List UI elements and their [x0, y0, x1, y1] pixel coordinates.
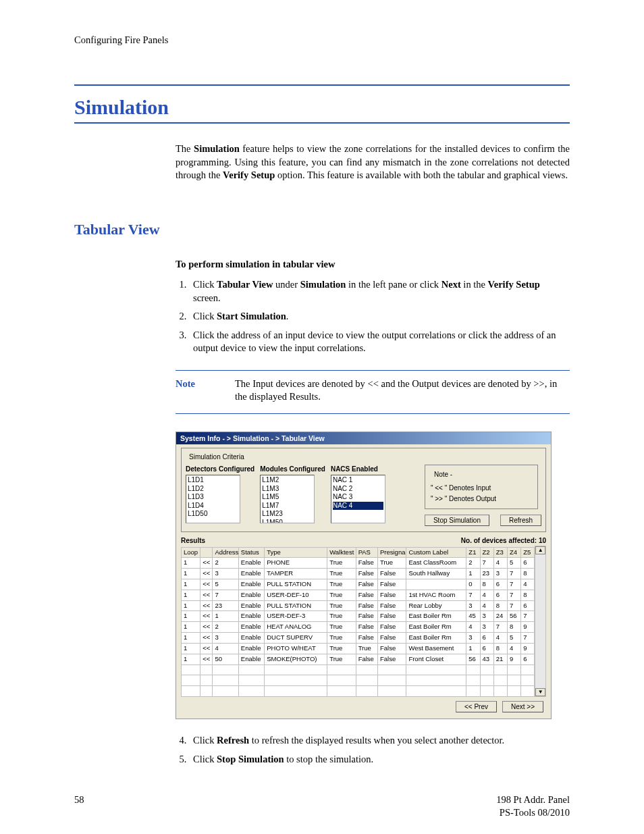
note-label: Note	[176, 377, 216, 404]
column-header[interactable]: Address	[213, 547, 238, 558]
stop-simulation-button[interactable]: Stop Simulation	[425, 515, 489, 527]
column-header[interactable]	[200, 547, 213, 558]
table-row[interactable]: 1<<3EnableDUCT SUPERVTrueFalseFalseEast …	[182, 633, 535, 644]
list-item[interactable]: L1D1	[188, 476, 238, 485]
list-item[interactable]: NAC 3	[333, 493, 383, 502]
page-footer: 58 198 Pt Addr. Panel PS-Tools 08/2010	[74, 793, 570, 820]
table-row[interactable]: 1<<50EnableSMOKE(PHOTO)TrueFalseFalseFro…	[182, 654, 535, 664]
procedure-steps: Click Tabular View under Simulation in t…	[176, 278, 570, 355]
note-box: Note The Input devices are denoted by <<…	[176, 370, 570, 414]
subsection-title-tabular: Tabular View	[74, 219, 570, 240]
table-row[interactable]: 1<<2EnableHEAT ANALOGTrueFalseFalseEast …	[182, 622, 535, 633]
table-row	[182, 664, 535, 675]
column-header[interactable]: Z3	[493, 547, 507, 558]
column-header[interactable]: Status	[238, 547, 264, 558]
table-row[interactable]: 1<<4EnablePHOTO W/HEATTrueTrueFalseWest …	[182, 643, 535, 654]
section-title-simulation: Simulation	[74, 94, 570, 122]
step-2: Click Start Simulation.	[189, 310, 570, 323]
vertical-scrollbar[interactable]: ▲ ▼	[535, 546, 546, 697]
criteria-legend: Simulation Criteria	[187, 452, 246, 462]
column-header[interactable]: Loop	[182, 547, 200, 558]
list-item[interactable]: L1D2	[188, 485, 238, 494]
step-5: Click Stop Simulation to stop the simula…	[189, 753, 570, 766]
column-header[interactable]: Z5	[521, 547, 535, 558]
column-header[interactable]: Custom Label	[406, 547, 466, 558]
column-header[interactable]: Z2	[480, 547, 493, 558]
app-screenshot: System Info - > Simulation - > Tabular V…	[176, 432, 552, 720]
prev-button[interactable]: << Prev	[456, 701, 497, 713]
list-item[interactable]: L1M2	[262, 476, 313, 485]
table-row[interactable]: 1<<3EnableTAMPERTrueFalseFalseSouth Hall…	[182, 569, 535, 579]
table-row[interactable]: 1<<2EnablePHONETrueFalseTrueEast ClassRo…	[182, 558, 535, 569]
scroll-down-icon[interactable]: ▼	[535, 688, 545, 696]
table-row	[182, 686, 535, 697]
results-table[interactable]: LoopAddressStatusTypeWalktestPASPresigna…	[181, 547, 535, 697]
step-4: Click Refresh to refresh the displayed r…	[189, 734, 570, 748]
intro-paragraph: The Simulation feature helps to view the…	[176, 142, 570, 182]
column-header[interactable]: Walktest	[327, 547, 356, 558]
detectors-listbox[interactable]: L1D1L1D2L1D3L1D4L1D50	[186, 475, 240, 523]
list-item[interactable]: L1D3	[188, 493, 238, 502]
running-header: Configuring Fire Panels	[74, 34, 570, 47]
table-row[interactable]: 1<<5EnablePULL STATIONTrueFalseFalse0867…	[182, 579, 535, 590]
app-note-legend: Note -	[432, 469, 454, 480]
doc-date: PS-Tools 08/2010	[496, 806, 570, 820]
next-button[interactable]: Next >>	[502, 701, 543, 713]
results-label: Results	[181, 536, 205, 546]
refresh-button[interactable]: Refresh	[500, 515, 541, 527]
scroll-up-icon[interactable]: ▲	[535, 546, 545, 554]
list-item[interactable]: L1M5	[262, 493, 313, 502]
column-header[interactable]: Presignal	[377, 547, 406, 558]
nacs-header: NACS Enabled	[331, 465, 385, 474]
app-note-line-output: " >> " Denotes Output	[431, 494, 532, 504]
list-item[interactable]: L1D50	[188, 510, 238, 519]
table-row[interactable]: 1<<7EnableUSER-DEF-10TrueFalseFalse1st H…	[182, 590, 535, 600]
table-row[interactable]: 1<<1EnableUSER-DEF-3TrueFalseFalseEast B…	[182, 611, 535, 622]
list-item[interactable]: NAC 2	[333, 485, 383, 494]
detectors-header: Detectors Configured	[186, 465, 254, 474]
procedure-heading: To perform simulation in tabular view	[176, 258, 570, 271]
list-item[interactable]: NAC 1	[333, 476, 383, 485]
step-1: Click Tabular View under Simulation in t…	[189, 278, 570, 305]
devices-affected: No. of devices affected: 10	[461, 536, 546, 546]
modules-header: Modules Configured	[260, 465, 325, 474]
list-item[interactable]: L1M23	[262, 510, 313, 519]
section-rule-bottom	[74, 122, 570, 124]
modules-listbox[interactable]: L1M2L1M3L1M5L1M7L1M23L1M50	[260, 475, 315, 523]
list-item[interactable]: NAC 4	[333, 502, 383, 511]
nacs-listbox[interactable]: NAC 1NAC 2NAC 3NAC 4	[331, 475, 385, 523]
column-header[interactable]: Type	[265, 547, 327, 558]
doc-title: 198 Pt Addr. Panel	[496, 793, 570, 807]
table-row[interactable]: 1<<23EnablePULL STATIONTrueFalseFalseRea…	[182, 600, 535, 611]
section-rule-top	[74, 84, 570, 86]
table-row	[182, 675, 535, 686]
note-text: The Input devices are denoted by << and …	[235, 377, 570, 404]
list-item[interactable]: L1D4	[188, 502, 238, 511]
list-item[interactable]: L1M3	[262, 485, 313, 494]
column-header[interactable]: Z1	[466, 547, 480, 558]
list-item[interactable]: L1M50	[262, 519, 313, 524]
column-header[interactable]: Z4	[507, 547, 520, 558]
app-titlebar: System Info - > Simulation - > Tabular V…	[176, 432, 551, 444]
column-header[interactable]: PAS	[356, 547, 377, 558]
list-item[interactable]: L1M7	[262, 502, 313, 511]
procedure-steps-continued: Click Refresh to refresh the displayed r…	[176, 734, 570, 766]
page-number: 58	[74, 793, 84, 820]
step-3: Click the address of an input device to …	[189, 329, 570, 355]
app-note-line-input: " << " Denotes Input	[431, 483, 532, 494]
